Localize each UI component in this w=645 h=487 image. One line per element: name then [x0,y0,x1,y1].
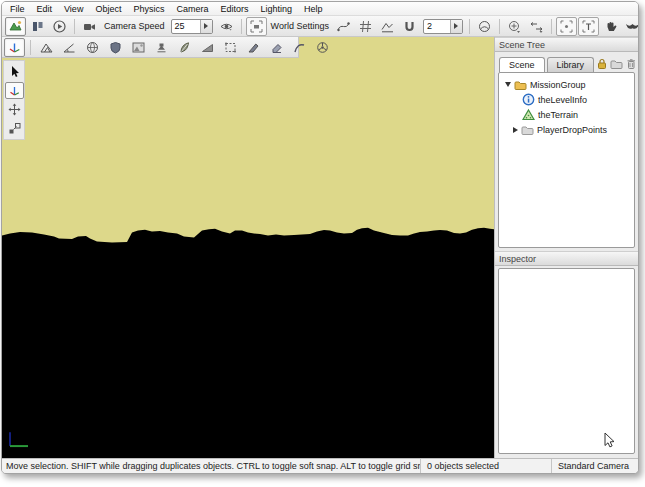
camera-speed-label: Camera Speed [104,21,165,31]
tree-row-missiongroup[interactable]: MissionGroup [501,77,632,92]
terrain-globe-button[interactable] [82,38,103,57]
menu-help[interactable]: Help [298,4,329,14]
camera-bounds-button[interactable] [246,17,267,36]
text-toggle-icon [582,20,595,33]
tree-row-playerdroppoints[interactable]: PlayerDropPoints [501,122,632,137]
menu-bar: File Edit View Object Physics Camera Edi… [2,2,638,16]
tab-library[interactable]: Library [547,57,595,72]
add-object-button[interactable] [504,17,525,36]
snap-size-value[interactable]: 2 [424,21,450,31]
terrain-texture-button[interactable] [128,38,149,57]
new-group-button[interactable] [610,58,623,70]
globe-icon [85,40,100,55]
rotate-tool-button[interactable] [5,101,24,118]
terrain-stamp-button[interactable] [151,38,172,57]
camera-bounds-icon [250,20,263,33]
chevron-right-icon[interactable] [513,127,518,133]
stamp-icon [154,40,169,55]
terrain-shield-button[interactable] [105,38,126,57]
ramp-icon [200,40,215,55]
folder-icon [521,124,534,136]
feather-icon [177,40,192,55]
menu-view[interactable]: View [58,4,89,14]
torque-logo-icon [624,19,639,34]
tab-scene[interactable]: Scene [499,57,545,72]
select-tool-button[interactable] [5,63,24,80]
terrain-dart-button[interactable] [243,38,264,57]
wheel-icon [315,40,330,55]
tab-scene-label: Scene [509,60,535,70]
path-tool-button[interactable] [333,17,354,36]
grid-snap-button[interactable] [355,17,376,36]
menu-object[interactable]: Object [89,4,127,14]
scale-tool-button[interactable] [5,120,24,137]
camera-button[interactable] [79,17,100,36]
soft-snap-button[interactable] [474,17,495,36]
menu-file[interactable]: File [4,4,31,14]
inspector-title: Inspector [499,254,536,264]
eraser-icon [269,40,284,55]
spacing-tool-button[interactable] [526,17,547,36]
toolbar-separator [241,19,242,34]
menu-edit[interactable]: Edit [31,4,59,14]
soft-snap-icon [477,19,492,34]
magnet-snap-button[interactable] [399,17,420,36]
gui-editor-button[interactable] [27,17,48,36]
bounds-toggle-icon [560,20,573,33]
world-editor-button[interactable] [5,17,26,36]
camera-speed-stepper[interactable]: 25 [171,19,213,34]
terrain-mountain-button[interactable] [36,38,57,57]
play-icon [52,19,67,34]
slope-icon [62,40,77,55]
scene-tree-list: MissionGroup theLevelInfo theTerrain [498,72,635,248]
right-panel: Scene Tree Scene Library [494,37,638,458]
terrain-toolbar [2,37,299,58]
world-settings-button[interactable]: World Settings [271,21,329,31]
terrain-eraser-button[interactable] [266,38,287,57]
terrain-snap-button[interactable] [377,17,398,36]
axis-gizmo-icon [7,40,22,55]
world-editor-icon [8,19,23,34]
spacing-icon [529,19,544,34]
move-tool-button[interactable] [5,82,24,99]
folder-open-icon [514,79,527,91]
torque-logo-button[interactable] [622,17,639,36]
viewport-3d[interactable] [2,37,494,458]
camera-speed-dropdown-button[interactable] [200,20,212,33]
movie-camera-icon [82,19,97,34]
play-button[interactable] [49,17,70,36]
axis-gizmo-icon [8,84,21,97]
hand-icon [603,19,618,34]
terrain-wheel-button[interactable] [312,38,333,57]
terrain-slope-button[interactable] [59,38,80,57]
tree-row-terrain[interactable]: theTerrain [501,107,632,122]
snap-size-dropdown-button[interactable] [450,20,462,33]
mouse-cursor [603,432,617,450]
text-toggle-button[interactable] [578,17,599,36]
terrain-marquee-button[interactable] [220,38,241,57]
visibility-button[interactable] [216,17,237,36]
delete-button[interactable] [625,57,637,70]
inspector-panel[interactable] [498,268,635,454]
snap-size-stepper[interactable]: 2 [423,19,463,34]
terrain-curve-button[interactable] [289,38,310,57]
terrain-ramp-button[interactable] [197,38,218,57]
menu-physics[interactable]: Physics [127,4,170,14]
chevron-right-icon [204,23,208,29]
menu-lighting[interactable]: Lighting [254,4,298,14]
curve-icon [292,40,307,55]
move-icon [8,103,21,116]
add-object-icon [507,19,522,34]
menu-editors[interactable]: Editors [214,4,254,14]
menu-camera[interactable]: Camera [170,4,214,14]
terrain-object-icon [522,108,535,121]
terrain-gizmo-button[interactable] [4,38,25,57]
tree-row-levelinfo[interactable]: theLevelInfo [501,92,632,107]
camera-speed-value[interactable]: 25 [172,21,200,31]
bounds-toggle-button[interactable] [556,17,577,36]
hand-tool-button[interactable] [600,17,621,36]
lock-button[interactable] [596,57,608,70]
toolbar-separator [499,19,500,34]
chevron-down-icon[interactable] [505,82,511,87]
terrain-feather-button[interactable] [174,38,195,57]
